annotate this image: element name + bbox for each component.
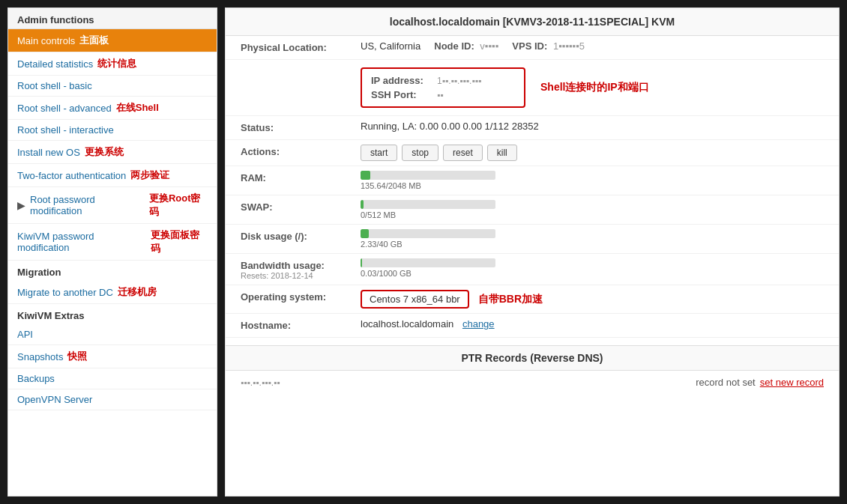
sidebar-item-snapshots-chinese: 快照 [67, 350, 87, 363]
stop-button[interactable]: stop [402, 145, 438, 161]
ram-progress-bar [361, 171, 495, 180]
sidebar-item-root-shell-basic-label: Root shell - basic [17, 80, 92, 91]
sidebar-item-root-shell-interactive[interactable]: Root shell - interactive [8, 120, 217, 141]
vps-id-value: 1▪▪▪▪▪▪5 [553, 40, 585, 52]
sidebar-item-detailed-statistics[interactable]: Detailed statistics 统计信息 [8, 52, 217, 76]
disk-progress-bar [361, 229, 495, 238]
hostname-value: localhost.localdomain change [361, 318, 824, 330]
sidebar-item-two-factor-auth-chinese: 两步验证 [130, 168, 169, 182]
admin-functions-title: Admin functions [8, 8, 217, 29]
ip-ssh-box: IP address: 1▪▪.▪▪.▪▪▪.▪▪▪ SSH Port: ▪▪ [361, 67, 525, 108]
sidebar-item-install-new-os[interactable]: Install new OS 更换系统 [8, 141, 217, 164]
os-value: Centos 7 x86_64 bbr 自带BBR加速 [361, 290, 824, 309]
kill-button[interactable]: kill [487, 145, 517, 161]
swap-progress-bar [361, 200, 495, 209]
sidebar: Admin functions Main controls 主面板 Detail… [7, 7, 217, 497]
status-label: Status: [241, 121, 361, 133]
disk-progress-text: 2.33/40 GB [361, 240, 824, 249]
node-id-value: v▪▪▪▪ [480, 40, 498, 52]
bandwidth-progress-fill [361, 258, 362, 267]
os-annotation-wrap: Centos 7 x86_64 bbr 自带BBR加速 [361, 290, 824, 309]
sidebar-item-root-password[interactable]: ▶ Root password modification 更换Root密码 [8, 187, 217, 224]
ram-label: RAM: [241, 171, 361, 183]
sidebar-item-root-shell-interactive-label: Root shell - interactive [17, 124, 114, 136]
sidebar-item-two-factor-auth[interactable]: Two-factor authentication 两步验证 [8, 164, 217, 187]
ip-ssh-row: IP address: 1▪▪.▪▪.▪▪▪.▪▪▪ SSH Port: ▪▪ … [226, 60, 839, 116]
sidebar-item-install-new-os-chinese: 更换系统 [85, 145, 124, 159]
sidebar-item-root-shell-basic[interactable]: Root shell - basic [8, 76, 217, 97]
hostname-row: Hostname: localhost.localdomain change [226, 314, 839, 338]
sidebar-item-kiwivm-password[interactable]: KiwiVM password modification 更换面板密码 [8, 224, 217, 261]
bandwidth-row: Bandwidth usage: Resets: 2018-12-14 0.03… [226, 254, 839, 285]
sidebar-item-main-controls-label: Main controls [17, 35, 75, 46]
bandwidth-label-text: Bandwidth usage: [241, 260, 361, 271]
sidebar-item-root-shell-advanced-label: Root shell - advanced [17, 103, 112, 114]
extras-section-title: KiwiVM Extras [8, 304, 217, 324]
hostname-text: localhost.localdomain [361, 318, 453, 330]
os-box: Centos 7 x86_64 bbr [361, 290, 469, 309]
swap-value: 0/512 MB [361, 200, 824, 219]
reset-button[interactable]: reset [443, 145, 483, 161]
physical-location-text: US, California [361, 40, 421, 52]
disk-value: 2.33/40 GB [361, 229, 824, 249]
sidebar-item-detailed-statistics-label: Detailed statistics [17, 58, 93, 70]
sidebar-item-kiwivm-password-chinese: 更换面板密码 [151, 228, 208, 255]
swap-label: SWAP: [241, 200, 361, 213]
ptr-actions: record not set set new record [696, 377, 824, 388]
actions-row: Actions: start stop reset kill [226, 140, 839, 166]
sidebar-item-migrate-dc-label: Migrate to another DC [17, 287, 113, 298]
sidebar-item-snapshots[interactable]: Snapshots 快照 [8, 345, 217, 368]
actions-value: start stop reset kill [361, 145, 824, 161]
physical-location-row: Physical Location: US, California Node I… [226, 36, 839, 60]
disk-label: Disk usage (/): [241, 229, 361, 242]
hostname-change-link[interactable]: change [462, 318, 495, 330]
physical-location-label: Physical Location: [241, 40, 361, 53]
migration-section-title: Migration [8, 261, 217, 281]
ssh-port-value: ▪▪ [437, 90, 444, 100]
cursor-icon: ▶ [17, 199, 25, 211]
swap-progress-text: 0/512 MB [361, 210, 824, 219]
bandwidth-value: 0.03/1000 GB [361, 258, 824, 278]
sidebar-item-backups[interactable]: Backups [8, 368, 217, 389]
sidebar-item-two-factor-auth-label: Two-factor authentication [17, 170, 126, 181]
sidebar-item-kiwivm-password-label: KiwiVM password modification [17, 231, 146, 253]
sidebar-item-main-controls-chinese: 主面板 [79, 34, 109, 47]
swap-progress-fill [361, 200, 364, 209]
ip-area-label [241, 87, 361, 88]
sidebar-item-migrate-dc-chinese: 迁移机房 [118, 285, 157, 299]
sidebar-item-detailed-statistics-chinese: 统计信息 [97, 57, 136, 70]
ssh-port-inner-row: SSH Port: ▪▪ [371, 89, 515, 100]
ram-progress-text: 135.64/2048 MB [361, 181, 824, 190]
swap-row: SWAP: 0/512 MB [226, 195, 839, 225]
bandwidth-progress-bar [361, 258, 495, 267]
os-bbr-annotation: 自带BBR加速 [478, 293, 543, 306]
ram-progress-wrap: 135.64/2048 MB [361, 171, 824, 190]
sidebar-item-root-shell-advanced[interactable]: Root shell - advanced 在线Shell [8, 97, 217, 120]
ip-address-label: IP address: [371, 75, 431, 86]
sidebar-item-install-new-os-label: Install new OS [17, 147, 80, 158]
disk-row: Disk usage (/): 2.33/40 GB [226, 225, 839, 254]
sidebar-item-main-controls[interactable]: Main controls 主面板 [8, 29, 217, 52]
disk-progress-fill [361, 229, 369, 238]
ptr-records-header: PTR Records (Reverse DNS) [226, 345, 839, 371]
actions-label: Actions: [241, 145, 361, 157]
os-row: Operating system: Centos 7 x86_64 bbr 自带… [226, 285, 839, 314]
sidebar-item-api-label: API [17, 329, 33, 340]
node-id-label: Node ID: [434, 40, 474, 52]
sidebar-item-snapshots-label: Snapshots [17, 351, 63, 362]
bandwidth-progress-wrap: 0.03/1000 GB [361, 258, 824, 278]
sidebar-item-root-password-label: Root password modification [30, 194, 145, 216]
os-label: Operating system: [241, 290, 361, 303]
sidebar-item-openvpn[interactable]: OpenVPN Server [8, 389, 217, 410]
ptr-ip: ▪▪▪.▪▪.▪▪▪.▪▪ [241, 377, 280, 388]
set-new-record-link[interactable]: set new record [760, 377, 824, 388]
ip-annotation: Shell连接时的IP和端口 [540, 81, 649, 94]
sidebar-item-api[interactable]: API [8, 324, 217, 345]
start-button[interactable]: start [361, 145, 397, 161]
ram-row: RAM: 135.64/2048 MB [226, 166, 839, 195]
ip-address-value: 1▪▪.▪▪.▪▪▪.▪▪▪ [437, 76, 481, 86]
bandwidth-resets: Resets: 2018-12-14 [241, 271, 361, 280]
bandwidth-progress-text: 0.03/1000 GB [361, 269, 824, 278]
sidebar-item-migrate-dc[interactable]: Migrate to another DC 迁移机房 [8, 281, 217, 304]
ssh-port-label: SSH Port: [371, 89, 431, 100]
